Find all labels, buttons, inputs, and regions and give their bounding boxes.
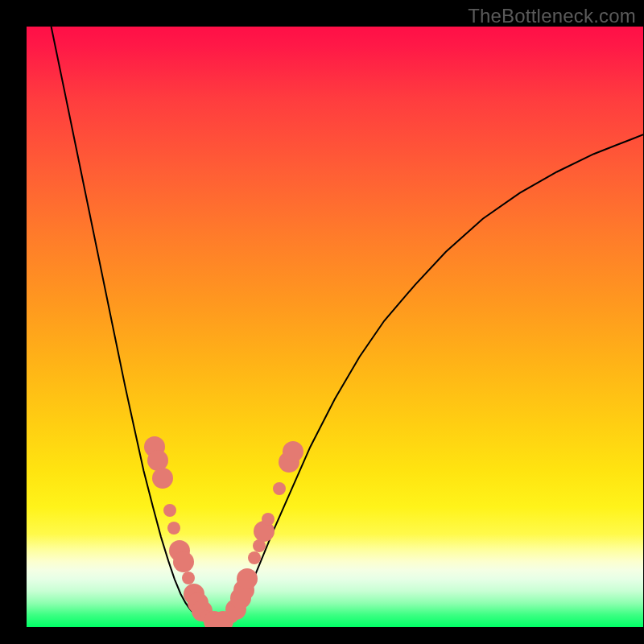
marker-dot — [262, 513, 275, 526]
marker-dot — [283, 441, 303, 462]
marker-dot — [173, 551, 194, 572]
chart-stage: TheBottleneck.com — [0, 0, 644, 644]
watermark-text: TheBottleneck.com — [468, 5, 636, 27]
marker-dot — [152, 468, 173, 489]
bottleneck-curve — [27, 27, 643, 627]
plot-area — [27, 27, 643, 627]
marker-dot — [167, 522, 180, 535]
marker-dot — [163, 504, 176, 517]
marker-dot — [182, 572, 195, 584]
